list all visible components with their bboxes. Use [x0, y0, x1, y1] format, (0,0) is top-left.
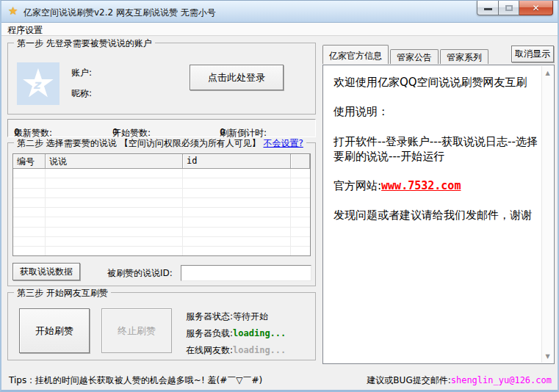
- website-label: 官方网站:: [333, 179, 381, 192]
- step2-group: 第二步 选择需要赞的说说 【空间访问权限必须为所有人可见】 不会设置? 编号 说…: [7, 142, 316, 286]
- table-row: [13, 198, 310, 208]
- menu-item-settings[interactable]: 程序设置: [1, 23, 48, 38]
- server-status-value: 等待开始: [233, 311, 268, 322]
- server-status: 服务器状态:等待开始: [186, 311, 268, 323]
- server-load-value: loading...: [233, 328, 286, 338]
- info-website: 官方网站:www.7532.com: [333, 178, 538, 193]
- table-row: [13, 169, 310, 178]
- close-icon: ✕: [532, 3, 539, 13]
- titlebar: ★ 亿家空间说说刷赞v2.2 网友互刷说说赞 无需小号 ✕: [1, 1, 558, 23]
- hide-panel-button[interactable]: 取消显示: [511, 46, 554, 62]
- col-id[interactable]: id: [183, 154, 291, 168]
- info-tabs: 亿家官方信息 管家公告 管家系列: [322, 45, 490, 64]
- server-load: 服务器负载:loading...: [186, 327, 286, 340]
- online-users-label: 在线网友数:: [186, 345, 233, 355]
- scroll-up-icon[interactable]: ▲: [542, 68, 553, 78]
- posts-table-body[interactable]: [13, 169, 310, 256]
- info-content: 欢迎使用亿家QQ空间说说刷赞网友互刷 使用说明： 打开软件--登录账户---获取…: [323, 65, 541, 363]
- table-row: [13, 208, 310, 217]
- tips-text: Tips : 挂机的时间越长获取被人赞的机会越多哦~! 羞(#￣▽￣#): [9, 374, 262, 387]
- minimize-button[interactable]: [477, 1, 499, 15]
- minimize-icon: [484, 8, 492, 10]
- step2-legend: 第二步 选择需要赞的说说 【空间访问权限必须为所有人可见】 不会设置?: [14, 137, 306, 150]
- app-star-icon: ★: [8, 4, 18, 18]
- nickname-label: 昵称:: [71, 87, 92, 100]
- help-link[interactable]: 不会设置?: [263, 138, 303, 148]
- table-row: [13, 189, 310, 198]
- table-row: [13, 178, 310, 188]
- info-usage-title: 使用说明：: [333, 104, 538, 119]
- step1-group: 第一步 先登录需要被赞说说的账户 ★ z 账户: 昵称: 点击此处登录: [7, 43, 316, 115]
- table-row: [13, 237, 310, 247]
- step3-group: 第三步 开始网友互刷赞 开始刷赞 终止刷赞 服务器状态:等待开始 服务器负载:l…: [7, 292, 316, 360]
- online-users-value: loading...: [233, 345, 286, 355]
- window-controls: ✕: [477, 1, 553, 15]
- info-welcome: 欢迎使用亿家QQ空间说说刷赞网友互刷: [333, 75, 538, 90]
- online-users: 在线网友数:loading...: [186, 344, 286, 357]
- tab-announcements[interactable]: 管家公告: [390, 49, 439, 64]
- close-button[interactable]: ✕: [519, 1, 553, 15]
- start-likes-value: 0: [112, 127, 118, 137]
- login-button[interactable]: 点击此处登录: [190, 65, 284, 90]
- tab-official-info[interactable]: 亿家官方信息: [322, 45, 389, 64]
- website-link[interactable]: www.7532.com: [381, 179, 461, 192]
- status-bar: Tips : 挂机的时间越长获取被人赞的机会越多哦~! 羞(#￣▽￣#) 建议或…: [1, 367, 558, 391]
- maximize-button[interactable]: [499, 1, 519, 15]
- table-row: [13, 217, 310, 227]
- info-feedback: 发现问题或者建议请给我们发邮件，谢谢: [333, 208, 538, 222]
- server-load-label: 服务器负载:: [186, 328, 233, 338]
- table-row: [13, 247, 310, 256]
- col-extra: [291, 154, 310, 168]
- email-label: 建议或BUG提交邮件:: [367, 375, 450, 385]
- email-link[interactable]: shenglin_yu@126.com: [451, 375, 552, 385]
- step3-legend: 第三步 开始网友互刷赞: [14, 287, 111, 300]
- scroll-down-icon[interactable]: ▼: [542, 351, 553, 361]
- latest-likes-value: 0: [14, 127, 20, 137]
- refresh-countdown-value: 0: [220, 127, 226, 137]
- target-id-input[interactable]: [181, 265, 311, 281]
- col-content[interactable]: 说说: [46, 154, 183, 168]
- account-label: 账户:: [71, 67, 92, 79]
- info-box: 欢迎使用亿家QQ空间说说刷赞网友互刷 使用说明： 打开软件--登录账户---获取…: [322, 65, 555, 364]
- app-window: ★ 亿家空间说说刷赞v2.2 网友互刷说说赞 无需小号 ✕ 程序设置 第一步 先…: [0, 0, 559, 392]
- feedback-email-line: 建议或BUG提交邮件:shenglin_yu@126.com: [367, 374, 552, 387]
- window-title: 亿家空间说说刷赞v2.2 网友互刷说说赞 无需小号: [24, 7, 216, 19]
- target-id-label: 被刷赞的说说ID:: [107, 267, 173, 280]
- menu-bar: 程序设置: [1, 23, 558, 36]
- posts-table-header: 编号 说说 id: [13, 154, 310, 169]
- info-usage-body: 打开软件--登录账户---获取说说日志--选择要刷的说说---开始运行: [333, 134, 538, 164]
- tab-series[interactable]: 管家系列: [440, 49, 488, 64]
- stop-button: 终止刷赞: [101, 308, 172, 353]
- start-button[interactable]: 开始刷赞: [19, 308, 90, 353]
- scrollbar[interactable]: ▲ ▼: [541, 66, 553, 363]
- maximize-icon: [505, 5, 513, 11]
- qzone-logo-icon: ★ z: [17, 62, 59, 105]
- fetch-posts-button[interactable]: 获取说说数据: [12, 263, 80, 280]
- stats-strip: 最新赞数: 0 开始赞数: 0 刷新倒计时: 0: [7, 119, 316, 137]
- col-index[interactable]: 编号: [13, 154, 46, 168]
- qzone-z-glyph: z: [33, 77, 40, 92]
- server-status-label: 服务器状态:: [186, 311, 233, 322]
- step2-legend-text: 第二步 选择需要赞的说说 【空间访问权限必须为所有人可见】: [17, 138, 261, 148]
- step1-legend: 第一步 先登录需要被赞说说的账户: [14, 37, 155, 50]
- table-row: [13, 228, 310, 237]
- posts-table[interactable]: 编号 说说 id: [12, 153, 311, 256]
